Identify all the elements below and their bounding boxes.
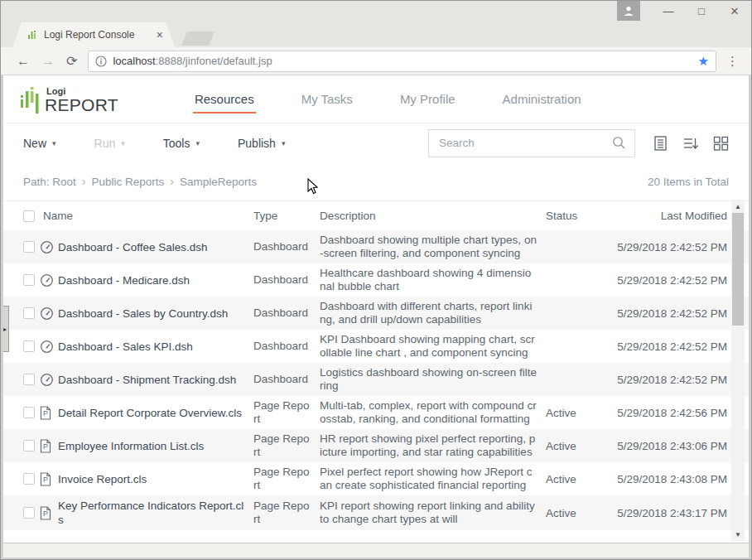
breadcrumb-item-root[interactable]: Root — [52, 176, 76, 188]
breadcrumb-label: Path: — [23, 176, 50, 188]
table-row[interactable]: P Dashboard - Coffee Sales.dsh Dashboard… — [3, 230, 749, 263]
table-row[interactable]: P Dashboard - Medicare.dsh Dashboard Hea… — [3, 263, 749, 297]
search-icon[interactable] — [612, 136, 626, 150]
table-row[interactable]: P Dashboard - Sales by Country.dsh Dashb… — [3, 297, 749, 330]
browser-menu-icon[interactable]: ⋮ — [723, 54, 743, 69]
svg-text:P: P — [43, 409, 48, 418]
row-checkbox[interactable] — [23, 473, 35, 485]
report-description: HR report showing pixel perfect reportin… — [320, 432, 537, 459]
scrollbar-thumb[interactable] — [732, 213, 744, 326]
row-checkbox[interactable] — [23, 241, 35, 253]
row-checkbox[interactable] — [23, 274, 35, 286]
tools-menu[interactable]: Tools▾ — [163, 137, 200, 150]
report-name[interactable]: Dashboard - Sales by Country.dsh — [58, 307, 247, 321]
chevron-right-icon: › — [170, 175, 174, 188]
forward-icon[interactable]: → — [41, 54, 55, 69]
select-all-checkbox[interactable] — [23, 210, 35, 222]
browser-toolbar: ← → ⟳ localhost:8888/jinfonet/default.js… — [1, 47, 751, 75]
column-header-last-modified[interactable]: Last Modified — [612, 210, 732, 222]
report-name[interactable]: Dashboard - Coffee Sales.dsh — [58, 240, 247, 254]
report-description: Pixel perfect report showing how JReport… — [320, 466, 537, 492]
report-status: Active — [546, 507, 605, 519]
browser-profile-button[interactable] — [617, 1, 640, 21]
column-header-type[interactable]: Type — [253, 210, 313, 222]
report-status: Active — [546, 440, 605, 452]
new-tab-button[interactable] — [181, 31, 215, 46]
report-name[interactable]: Key Performance Indicators Report.cls — [58, 499, 247, 527]
report-type: Page Report — [253, 466, 313, 492]
nav-tab-resources[interactable]: Resources — [195, 92, 254, 106]
chevron-down-icon: ▾ — [52, 139, 56, 147]
column-header-name[interactable]: Name — [43, 210, 253, 222]
row-checkbox[interactable] — [23, 440, 35, 451]
nav-tab-administration[interactable]: Administration — [503, 92, 581, 106]
run-menu[interactable]: Run▾ — [94, 137, 125, 150]
info-icon[interactable] — [95, 56, 107, 67]
column-header-status[interactable]: Status — [546, 210, 605, 222]
status-bar — [1, 543, 751, 559]
back-icon[interactable]: ← — [17, 54, 30, 69]
address-bar[interactable]: localhost:8888/jinfonet/default.jsp ★ — [88, 51, 716, 72]
report-description: Logistics dashboard showing on-screen fi… — [320, 366, 537, 393]
report-type: Dashboard — [253, 273, 313, 287]
column-header-description[interactable]: Description — [320, 210, 537, 222]
browser-tab[interactable]: Logi Report Console × — [12, 22, 175, 47]
reload-icon[interactable]: ⟳ — [66, 53, 77, 69]
table-row[interactable]: P Key Performance Indicators Report.cls … — [3, 495, 749, 530]
row-checkbox[interactable] — [23, 307, 35, 319]
publish-menu[interactable]: Publish▾ — [238, 137, 285, 150]
chevron-down-icon: ▾ — [195, 139, 200, 147]
tab-title: Logi Report Console — [44, 29, 152, 41]
grid-view-icon[interactable] — [713, 135, 729, 152]
report-last-modified: 5/29/2018 2:42:52 PM — [612, 340, 732, 353]
nav-tab-my-profile[interactable]: My Profile — [400, 92, 456, 106]
scroll-down-icon[interactable]: ▼ — [731, 528, 745, 541]
dashboard-icon — [40, 273, 54, 287]
table-row[interactable]: P Detail Report Corporate Overview.cls P… — [3, 396, 749, 429]
tab-close-icon[interactable]: × — [157, 28, 163, 41]
search-box — [428, 129, 635, 157]
row-checkbox[interactable] — [23, 507, 35, 519]
vertical-scrollbar[interactable]: ▲ ▼ — [731, 200, 745, 541]
logi-bars-icon — [20, 85, 42, 113]
new-menu[interactable]: New▾ — [23, 137, 56, 150]
dashboard-icon — [40, 240, 54, 254]
nav-tab-my-tasks[interactable]: My Tasks — [301, 92, 353, 106]
report-name[interactable]: Employee Information List.cls — [58, 439, 247, 453]
report-name[interactable]: Invoice Report.cls — [58, 472, 247, 486]
report-last-modified: 5/29/2018 2:42:52 PM — [612, 274, 732, 287]
row-checkbox[interactable] — [23, 374, 35, 385]
page-report-icon: P — [40, 439, 51, 453]
report-last-modified: 5/29/2018 2:42:52 PM — [612, 307, 732, 320]
row-checkbox[interactable] — [23, 340, 35, 352]
table-row[interactable]: P Dashboard - Shipment Tracking.dsh Dash… — [3, 363, 749, 396]
report-name[interactable]: Dashboard - Medicare.dsh — [58, 273, 247, 287]
close-button[interactable]: ✕ — [718, 1, 751, 21]
logi-report-logo: Logi REPORT — [20, 85, 118, 113]
report-name[interactable]: Dashboard - Shipment Tracking.dsh — [58, 373, 247, 387]
minimize-button[interactable]: — — [652, 1, 685, 21]
breadcrumb-item-public-reports[interactable]: Public Reports — [92, 176, 165, 188]
side-panel-handle[interactable]: ▸ — [1, 306, 9, 352]
report-type: Dashboard — [253, 240, 313, 253]
page-report-icon: P — [40, 406, 51, 420]
report-name[interactable]: Detail Report Corporate Overview.cls — [58, 406, 247, 420]
view-switcher — [653, 135, 729, 152]
svg-text:P: P — [43, 476, 48, 484]
scroll-up-icon[interactable]: ▲ — [731, 200, 745, 213]
table-row[interactable]: P Invoice Report.cls Page Report Pixel p… — [3, 462, 749, 495]
dashboard-icon — [40, 307, 54, 321]
sort-icon[interactable] — [682, 135, 699, 152]
maximize-button[interactable]: □ — [685, 1, 718, 21]
bookmark-star-icon[interactable]: ★ — [698, 54, 709, 69]
search-input[interactable] — [439, 137, 612, 149]
row-checkbox[interactable] — [23, 407, 35, 418]
table-row[interactable]: P Employee Information List.cls Page Rep… — [3, 429, 749, 462]
report-name[interactable]: Dashboard - Sales KPI.dsh — [58, 340, 247, 354]
breadcrumb-item-samplereports[interactable]: SampleReports — [180, 176, 257, 188]
chevron-right-icon: › — [82, 175, 86, 188]
dashboard-icon — [40, 373, 54, 387]
svg-text:P: P — [43, 442, 48, 451]
table-row[interactable]: P Dashboard - Sales KPI.dsh Dashboard KP… — [3, 330, 749, 363]
detail-view-icon[interactable] — [653, 135, 668, 152]
